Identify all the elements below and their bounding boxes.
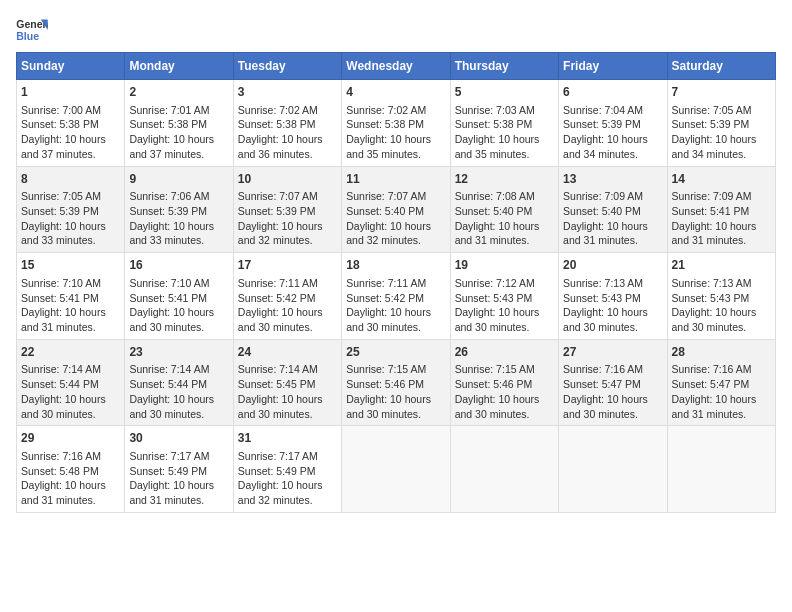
calendar-cell: 25Sunrise: 7:15 AMSunset: 5:46 PMDayligh… [342, 339, 450, 426]
sunset-label: Sunset: 5:39 PM [563, 118, 641, 130]
daylight-label: Daylight: 10 hours [455, 220, 540, 232]
sunset-label: Sunset: 5:38 PM [238, 118, 316, 130]
sunrise-label: Sunrise: 7:02 AM [346, 104, 426, 116]
sunset-label: Sunset: 5:40 PM [346, 205, 424, 217]
day-number: 30 [129, 430, 228, 447]
day-number: 21 [672, 257, 771, 274]
sunrise-label: Sunrise: 7:16 AM [563, 363, 643, 375]
daylight-minutes: and 31 minutes. [455, 234, 530, 246]
daylight-label: Daylight: 10 hours [346, 133, 431, 145]
calendar-cell: 9Sunrise: 7:06 AMSunset: 5:39 PMDaylight… [125, 166, 233, 253]
sunrise-label: Sunrise: 7:13 AM [672, 277, 752, 289]
sunset-label: Sunset: 5:49 PM [129, 465, 207, 477]
sunset-label: Sunset: 5:41 PM [21, 292, 99, 304]
sunset-label: Sunset: 5:38 PM [346, 118, 424, 130]
sunrise-label: Sunrise: 7:14 AM [238, 363, 318, 375]
day-number: 8 [21, 171, 120, 188]
day-number: 14 [672, 171, 771, 188]
sunset-label: Sunset: 5:43 PM [672, 292, 750, 304]
calendar-cell [667, 426, 775, 513]
header-day: Saturday [667, 53, 775, 80]
day-number: 5 [455, 84, 554, 101]
sunrise-label: Sunrise: 7:01 AM [129, 104, 209, 116]
day-number: 16 [129, 257, 228, 274]
sunrise-label: Sunrise: 7:09 AM [563, 190, 643, 202]
calendar-week-row: 29Sunrise: 7:16 AMSunset: 5:48 PMDayligh… [17, 426, 776, 513]
daylight-minutes: and 33 minutes. [21, 234, 96, 246]
daylight-label: Daylight: 10 hours [238, 393, 323, 405]
sunrise-label: Sunrise: 7:03 AM [455, 104, 535, 116]
calendar-week-row: 8Sunrise: 7:05 AMSunset: 5:39 PMDaylight… [17, 166, 776, 253]
calendar-week-row: 1Sunrise: 7:00 AMSunset: 5:38 PMDaylight… [17, 80, 776, 167]
daylight-label: Daylight: 10 hours [129, 133, 214, 145]
calendar-cell: 1Sunrise: 7:00 AMSunset: 5:38 PMDaylight… [17, 80, 125, 167]
day-number: 18 [346, 257, 445, 274]
sunrise-label: Sunrise: 7:15 AM [346, 363, 426, 375]
day-number: 4 [346, 84, 445, 101]
sunrise-label: Sunrise: 7:17 AM [129, 450, 209, 462]
sunrise-label: Sunrise: 7:10 AM [21, 277, 101, 289]
daylight-minutes: and 30 minutes. [563, 321, 638, 333]
daylight-minutes: and 30 minutes. [672, 321, 747, 333]
daylight-minutes: and 33 minutes. [129, 234, 204, 246]
day-number: 3 [238, 84, 337, 101]
daylight-minutes: and 30 minutes. [129, 321, 204, 333]
sunrise-label: Sunrise: 7:06 AM [129, 190, 209, 202]
sunset-label: Sunset: 5:49 PM [238, 465, 316, 477]
calendar-cell: 7Sunrise: 7:05 AMSunset: 5:39 PMDaylight… [667, 80, 775, 167]
sunrise-label: Sunrise: 7:17 AM [238, 450, 318, 462]
daylight-minutes: and 30 minutes. [238, 408, 313, 420]
calendar-cell: 24Sunrise: 7:14 AMSunset: 5:45 PMDayligh… [233, 339, 341, 426]
day-number: 22 [21, 344, 120, 361]
day-number: 2 [129, 84, 228, 101]
sunrise-label: Sunrise: 7:09 AM [672, 190, 752, 202]
calendar-cell: 27Sunrise: 7:16 AMSunset: 5:47 PMDayligh… [559, 339, 667, 426]
day-number: 27 [563, 344, 662, 361]
day-number: 23 [129, 344, 228, 361]
daylight-label: Daylight: 10 hours [346, 306, 431, 318]
sunset-label: Sunset: 5:41 PM [672, 205, 750, 217]
daylight-label: Daylight: 10 hours [129, 220, 214, 232]
daylight-label: Daylight: 10 hours [672, 133, 757, 145]
sunset-label: Sunset: 5:41 PM [129, 292, 207, 304]
sunrise-label: Sunrise: 7:12 AM [455, 277, 535, 289]
sunset-label: Sunset: 5:39 PM [238, 205, 316, 217]
sunset-label: Sunset: 5:42 PM [346, 292, 424, 304]
sunrise-label: Sunrise: 7:07 AM [346, 190, 426, 202]
day-number: 6 [563, 84, 662, 101]
sunrise-label: Sunrise: 7:15 AM [455, 363, 535, 375]
calendar-body: 1Sunrise: 7:00 AMSunset: 5:38 PMDaylight… [17, 80, 776, 513]
daylight-label: Daylight: 10 hours [672, 306, 757, 318]
daylight-label: Daylight: 10 hours [238, 306, 323, 318]
daylight-minutes: and 31 minutes. [672, 234, 747, 246]
sunrise-label: Sunrise: 7:05 AM [672, 104, 752, 116]
header-day: Thursday [450, 53, 558, 80]
calendar-cell [450, 426, 558, 513]
daylight-label: Daylight: 10 hours [21, 306, 106, 318]
daylight-minutes: and 32 minutes. [346, 234, 421, 246]
daylight-minutes: and 32 minutes. [238, 494, 313, 506]
calendar-cell: 26Sunrise: 7:15 AMSunset: 5:46 PMDayligh… [450, 339, 558, 426]
calendar-table: SundayMondayTuesdayWednesdayThursdayFrid… [16, 52, 776, 513]
daylight-minutes: and 32 minutes. [238, 234, 313, 246]
calendar-cell: 11Sunrise: 7:07 AMSunset: 5:40 PMDayligh… [342, 166, 450, 253]
daylight-minutes: and 30 minutes. [346, 408, 421, 420]
daylight-minutes: and 31 minutes. [129, 494, 204, 506]
calendar-cell: 6Sunrise: 7:04 AMSunset: 5:39 PMDaylight… [559, 80, 667, 167]
calendar-cell: 21Sunrise: 7:13 AMSunset: 5:43 PMDayligh… [667, 253, 775, 340]
daylight-minutes: and 30 minutes. [346, 321, 421, 333]
calendar-cell: 31Sunrise: 7:17 AMSunset: 5:49 PMDayligh… [233, 426, 341, 513]
daylight-label: Daylight: 10 hours [346, 393, 431, 405]
sunset-label: Sunset: 5:43 PM [563, 292, 641, 304]
calendar-cell: 22Sunrise: 7:14 AMSunset: 5:44 PMDayligh… [17, 339, 125, 426]
daylight-minutes: and 31 minutes. [21, 494, 96, 506]
daylight-label: Daylight: 10 hours [563, 393, 648, 405]
calendar-cell: 30Sunrise: 7:17 AMSunset: 5:49 PMDayligh… [125, 426, 233, 513]
sunset-label: Sunset: 5:43 PM [455, 292, 533, 304]
daylight-label: Daylight: 10 hours [129, 306, 214, 318]
sunset-label: Sunset: 5:39 PM [21, 205, 99, 217]
daylight-minutes: and 30 minutes. [238, 321, 313, 333]
calendar-cell: 3Sunrise: 7:02 AMSunset: 5:38 PMDaylight… [233, 80, 341, 167]
daylight-label: Daylight: 10 hours [563, 220, 648, 232]
daylight-minutes: and 37 minutes. [129, 148, 204, 160]
